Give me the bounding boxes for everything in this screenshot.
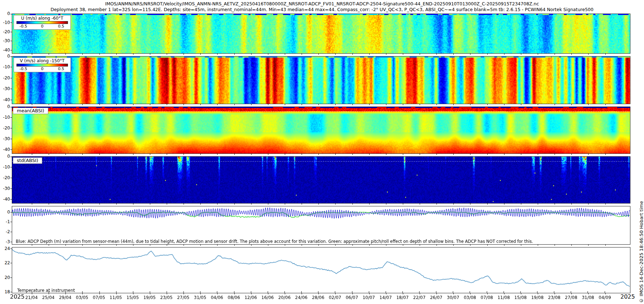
mean-absi-heatmap-canvas (12, 107, 630, 153)
y-tick-label: 0 (0, 104, 10, 109)
y-tick-label: -10 (0, 115, 10, 119)
x-tick-mark (470, 244, 470, 246)
x-tick-mark (335, 203, 336, 205)
x-tick-mark (436, 203, 437, 205)
x-tick-mark (386, 153, 386, 155)
panel-std-absi-heatmap: std(ABSI) (12, 156, 630, 204)
x-tick-mark (588, 293, 589, 294)
x-tick-mark (184, 153, 184, 155)
x-tick-mark (318, 104, 319, 105)
v-colorbar-legend: V (m/s) along -150°T -0.5 0 0.5 (14, 58, 71, 72)
x-tick-mark (555, 293, 555, 294)
x-tick-label: 23/08 (548, 295, 561, 300)
x-tick-mark (217, 153, 218, 155)
y-tick-label: -20 (0, 76, 10, 80)
x-tick-label: 21/04 (25, 295, 38, 300)
x-tick-mark (32, 53, 32, 55)
panel-v-velocity-heatmap: V (m/s) along -150°T -0.5 0 0.5 (12, 56, 630, 104)
x-tick-mark (200, 53, 201, 55)
x-tick-mark (167, 153, 167, 155)
u-cbar-tick-zero: 0 (41, 24, 44, 29)
y-tick-label: -2 (0, 230, 10, 234)
x-tick-mark (588, 203, 589, 205)
x-tick-label: 20/06 (278, 295, 291, 300)
x-tick-mark (588, 244, 589, 246)
x-tick-mark (571, 104, 572, 105)
y-tick-mark (10, 157, 12, 157)
x-tick-mark (150, 244, 150, 246)
x-tick-mark (217, 293, 218, 294)
x-tick-mark (133, 153, 133, 155)
x-tick-mark (251, 53, 252, 55)
x-tick-mark (335, 53, 336, 55)
x-tick-label: 31/05 (194, 295, 206, 300)
x-tick-mark (268, 53, 268, 55)
x-tick-mark (555, 104, 555, 105)
x-tick-label: 04/09 (599, 295, 611, 300)
x-tick-mark (65, 153, 66, 155)
x-tick-label: 29/04 (59, 295, 72, 300)
x-tick-mark (150, 293, 150, 294)
y-tick-mark (10, 117, 12, 118)
x-tick-mark (487, 104, 488, 105)
x-tick-mark (318, 244, 319, 246)
x-tick-label: 14/07 (380, 295, 392, 300)
x-tick-mark (65, 293, 66, 294)
x-tick-mark (521, 203, 521, 205)
x-tick-mark (99, 293, 100, 294)
x-axis-year-right: 2025 (620, 293, 635, 300)
y-tick-label: -40 (0, 48, 10, 52)
x-tick-mark (538, 153, 538, 155)
x-tick-mark (369, 244, 370, 246)
panel-temperature-line: Temperature at instrument (12, 247, 630, 293)
x-tick-mark (251, 104, 252, 105)
u-cbar-tick-neg: -0.5 (19, 24, 27, 29)
x-tick-mark (234, 293, 235, 294)
x-tick-label: 23/05 (160, 295, 173, 300)
x-tick-mark (352, 203, 353, 205)
x-tick-mark (133, 203, 133, 205)
y-tick-mark (10, 57, 12, 57)
y-tick-mark (10, 32, 12, 32)
y-tick-label: 22 (0, 261, 10, 265)
x-tick-mark (167, 104, 167, 105)
x-tick-mark (49, 53, 49, 55)
x-tick-mark (369, 293, 370, 294)
x-tick-mark (436, 104, 437, 105)
x-tick-mark (605, 53, 606, 55)
x-tick-mark (504, 53, 504, 55)
x-tick-label: 07/08 (480, 295, 493, 300)
x-tick-mark (184, 104, 184, 105)
y-tick-mark (10, 212, 12, 212)
x-tick-mark (487, 244, 488, 246)
x-tick-mark (538, 203, 538, 205)
x-tick-mark (436, 53, 437, 55)
x-tick-mark (116, 104, 117, 105)
x-tick-mark (470, 293, 470, 294)
x-tick-mark (318, 293, 319, 294)
x-tick-mark (420, 153, 420, 155)
y-tick-label: -40 (0, 98, 10, 102)
x-tick-label: 27/08 (565, 295, 577, 300)
x-tick-mark (150, 153, 150, 155)
x-tick-mark (116, 244, 117, 246)
x-tick-mark (234, 153, 235, 155)
x-tick-label: 02/07 (329, 295, 341, 300)
y-tick-label: 24 (0, 246, 10, 251)
x-tick-mark (302, 153, 302, 155)
y-tick-mark (10, 128, 12, 128)
x-tick-label: 08/06 (228, 295, 240, 300)
x-tick-mark (49, 244, 49, 246)
y-tick-mark (10, 107, 12, 107)
x-tick-label: 12/06 (244, 295, 257, 300)
x-tick-mark (538, 244, 538, 246)
x-tick-mark (285, 203, 285, 205)
u-colorbar (16, 21, 68, 24)
x-tick-mark (318, 53, 319, 55)
x-tick-mark (82, 53, 83, 55)
figure-subtitle-deployment: Deployment 38, member 1 lat=32S lon=115.… (0, 7, 644, 12)
x-tick-mark (82, 244, 83, 246)
x-tick-mark (420, 293, 420, 294)
x-tick-mark (453, 153, 454, 155)
y-tick-label: -1 (0, 220, 10, 224)
